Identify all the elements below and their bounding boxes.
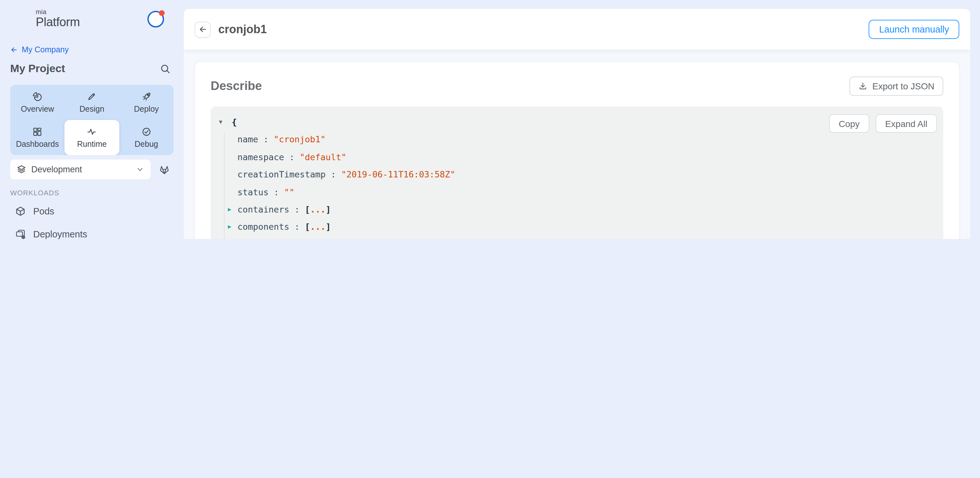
environment-select[interactable]: Development	[10, 160, 151, 179]
json-key: name	[237, 134, 258, 145]
json-collapsed-array[interactable]: [...]	[305, 204, 331, 214]
nav-tab-debug[interactable]: Debug	[119, 120, 173, 155]
json-line: ▶components : [...]	[211, 219, 943, 236]
json-line: namespace : "default"	[211, 149, 943, 166]
cube-icon	[15, 206, 25, 216]
launch-manually-button[interactable]: Launch manually	[869, 20, 959, 39]
mia-platform-console: mia Platform My Company My Project Overv…	[0, 0, 980, 239]
page-title: cronjob1	[218, 23, 267, 36]
dashboard-icon	[33, 127, 42, 136]
expand-all-button[interactable]: Expand All	[876, 114, 937, 133]
nav-tab-label: Runtime	[77, 140, 107, 148]
copies-gear-icon	[15, 229, 25, 239]
nav-tab-dashboards[interactable]: Dashboards	[10, 120, 65, 155]
json-value: "cronjob1"	[274, 134, 326, 145]
json-key: creationTimestamp	[237, 169, 326, 179]
nav-tab-label: Design	[80, 104, 104, 113]
json-key: containers	[237, 204, 290, 214]
expand-node-icon[interactable]: ▶	[228, 201, 231, 219]
describe-card: Describe Export to JSON Copy Expand All …	[194, 61, 960, 239]
chevron-down-icon	[136, 165, 144, 173]
layers-icon	[17, 165, 26, 174]
nav-tab-deploy[interactable]: Deploy	[119, 85, 173, 120]
nav-tab-design[interactable]: Design	[65, 85, 119, 120]
describe-title: Describe	[211, 79, 262, 93]
sidebar-item-pods[interactable]: Pods	[10, 201, 179, 221]
sidebar-item-deployments[interactable]: Deployments	[10, 224, 179, 239]
pulse-icon	[87, 127, 97, 136]
json-line: name : "cronjob1"	[211, 131, 943, 149]
project-title: My Project	[10, 62, 65, 75]
export-button-label: Export to JSON	[872, 81, 934, 91]
mia-platform-logo-icon	[10, 10, 36, 37]
back-arrow-icon	[198, 25, 207, 34]
json-value: "default"	[300, 152, 346, 162]
sidebar-item-label: Pods	[33, 206, 54, 216]
nav-tab-runtime[interactable]: Runtime	[65, 120, 119, 155]
expand-node-icon[interactable]: ▶	[228, 219, 231, 236]
json-line: status : ""	[211, 183, 943, 201]
back-link-label: My Company	[22, 45, 68, 54]
workload-list: PodsDeploymentsServicesCronJobsJobsNames…	[0, 201, 184, 239]
json-viewer: Copy Expand All ▼{name : "cronjob1"names…	[211, 106, 943, 239]
project-nav-grid: OverviewDesignDeployDashboardsRuntimeDeb…	[10, 85, 173, 155]
copy-button[interactable]: Copy	[829, 114, 869, 133]
json-actions: Copy Expand All	[829, 114, 937, 133]
page-header: cronjob1 Launch manually	[184, 9, 970, 50]
sidebar-item-label: Deployments	[33, 229, 87, 239]
nav-tab-label: Dashboards	[16, 140, 59, 148]
json-value: ""	[284, 187, 294, 197]
search-icon[interactable]	[160, 64, 170, 74]
json-key: namespace	[237, 152, 284, 162]
brand-name: Platform	[36, 15, 80, 29]
json-line: schedule : "* * * * *"	[211, 236, 943, 239]
avatar[interactable]	[148, 11, 164, 27]
back-to-company-link[interactable]: My Company	[10, 45, 173, 54]
nav-tab-overview[interactable]: Overview	[10, 85, 65, 120]
brand-small: mia	[36, 9, 80, 15]
json-line: creationTimestamp : "2019-06-11T16:03:58…	[211, 166, 943, 183]
environment-selected-value: Development	[31, 165, 131, 174]
notification-dot	[159, 10, 165, 16]
json-key: status	[237, 187, 269, 197]
check-circle-icon	[142, 127, 151, 136]
environment-row: Development	[10, 160, 173, 179]
describe-card-header: Describe Export to JSON	[211, 76, 943, 96]
json-open-brace: {	[232, 117, 237, 127]
back-button[interactable]	[195, 21, 211, 37]
sidebar: mia Platform My Company My Project Overv…	[0, 0, 184, 239]
workloads-section-label: WORKLOADS	[10, 189, 173, 197]
brand-text: mia Platform	[36, 9, 80, 28]
left-arrow-icon	[10, 46, 18, 54]
json-collapsed-array[interactable]: [...]	[305, 222, 331, 232]
download-icon	[858, 82, 867, 91]
json-line: ▶containers : [...]	[211, 201, 943, 219]
json-value: "2019-06-11T16:03:58Z"	[341, 169, 455, 179]
pencil-icon	[87, 92, 97, 101]
logo-row: mia Platform	[10, 9, 173, 37]
collapse-root-icon[interactable]: ▼	[219, 114, 223, 131]
nav-tab-label: Deploy	[134, 104, 159, 113]
nav-tab-label: Overview	[21, 104, 54, 113]
export-to-json-button[interactable]: Export to JSON	[849, 76, 943, 96]
gitlab-icon[interactable]	[159, 164, 170, 175]
json-key: components	[237, 222, 290, 232]
main-content: cronjob1 Launch manually Describe Export…	[184, 9, 970, 239]
pie-chart-icon	[33, 92, 42, 101]
rocket-icon	[142, 92, 151, 101]
nav-tab-label: Debug	[135, 140, 158, 148]
project-row: My Project	[10, 62, 173, 76]
